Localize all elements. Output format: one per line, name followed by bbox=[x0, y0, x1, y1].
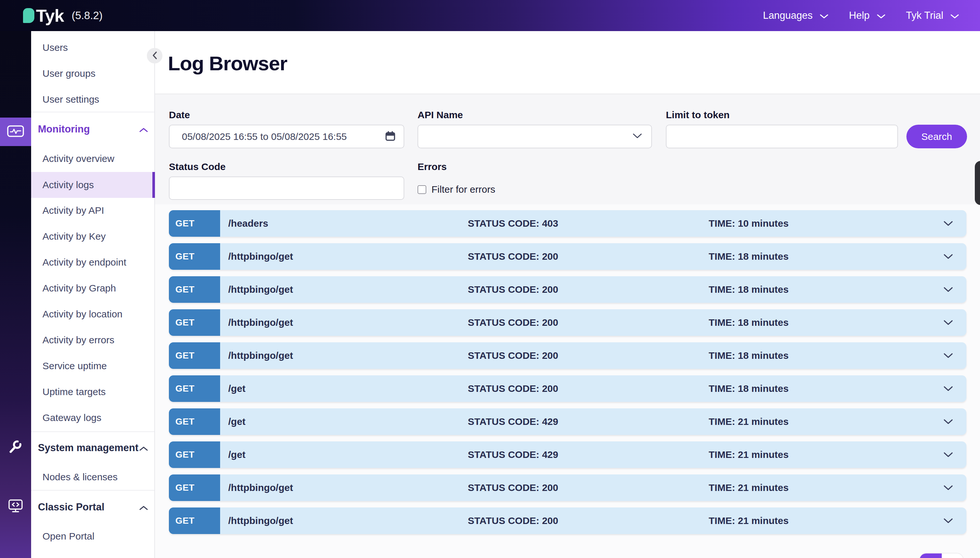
method-badge: GET bbox=[169, 375, 220, 402]
status-code-input[interactable] bbox=[169, 177, 404, 200]
expand-chevron-icon[interactable] bbox=[943, 254, 953, 259]
log-row[interactable]: GET /httpbingo/get STATUS CODE: 200 TIME… bbox=[169, 342, 967, 369]
log-row[interactable]: GET /headers STATUS CODE: 403 TIME: 10 m… bbox=[169, 210, 967, 237]
expand-chevron-icon[interactable] bbox=[943, 386, 953, 392]
tyk-logo-icon bbox=[23, 8, 35, 23]
chevron-left-icon bbox=[152, 51, 157, 61]
page: Tyk (5.8.2) Languages Help Tyk Trial bbox=[0, 0, 980, 558]
log-row[interactable]: GET /get STATUS CODE: 200 TIME: 18 minut… bbox=[169, 375, 967, 402]
sidebar-item-user-groups[interactable]: User groups bbox=[43, 68, 150, 79]
pager-active-segment bbox=[920, 553, 942, 558]
log-row[interactable]: GET /httpbingo/get STATUS CODE: 200 TIME… bbox=[169, 276, 967, 303]
expand-chevron-icon[interactable] bbox=[943, 485, 953, 491]
date-range-input[interactable]: 05/08/2025 16:55 to 05/08/2025 16:55 bbox=[169, 125, 404, 148]
log-time: TIME: 18 minutes bbox=[709, 251, 789, 262]
log-row[interactable]: GET /httpbingo/get STATUS CODE: 200 TIME… bbox=[169, 507, 967, 534]
sidebar-item-uptime-targets[interactable]: Uptime targets bbox=[43, 386, 150, 397]
limit-token-input[interactable] bbox=[666, 125, 898, 148]
method-badge: GET bbox=[169, 309, 220, 336]
sidebar-section-label: System management bbox=[38, 442, 138, 454]
main-content: Log Browser Date API Name Limit to token… bbox=[155, 31, 980, 558]
log-path: /httpbingo/get bbox=[228, 251, 293, 262]
filter-errors-checkbox[interactable] bbox=[418, 185, 426, 194]
menu-languages-label: Languages bbox=[763, 10, 812, 21]
log-path: /httpbingo/get bbox=[228, 515, 293, 526]
log-row[interactable]: GET /httpbingo/get STATUS CODE: 200 TIME… bbox=[169, 309, 967, 336]
method-badge: GET bbox=[169, 276, 220, 303]
log-path: /httpbingo/get bbox=[228, 284, 293, 295]
log-row[interactable]: GET /httpbingo/get STATUS CODE: 200 TIME… bbox=[169, 474, 967, 501]
status-code-label: Status Code bbox=[169, 161, 226, 172]
log-time: TIME: 18 minutes bbox=[709, 317, 789, 328]
sidebar-item-activity-by-key[interactable]: Activity by Key bbox=[43, 231, 150, 242]
log-row[interactable]: GET /httpbingo/get STATUS CODE: 200 TIME… bbox=[169, 243, 967, 270]
expand-chevron-icon[interactable] bbox=[943, 221, 953, 226]
rail-item-system-management[interactable] bbox=[0, 437, 31, 459]
expand-chevron-icon[interactable] bbox=[943, 287, 953, 292]
sidebar-item-activity-overview[interactable]: Activity overview bbox=[43, 153, 150, 164]
sidebar-item-activity-by-endpoint[interactable]: Activity by endpoint bbox=[43, 257, 150, 268]
sidebar-item-users[interactable]: Users bbox=[43, 42, 150, 53]
expand-chevron-icon[interactable] bbox=[943, 419, 953, 425]
monitor-code-icon bbox=[8, 499, 23, 515]
sidebar-collapse-button[interactable] bbox=[147, 48, 162, 64]
rail-item-classic-portal[interactable] bbox=[0, 496, 31, 518]
menu-help[interactable]: Help bbox=[849, 10, 885, 21]
sidebar-item-open-portal[interactable]: Open Portal bbox=[43, 531, 150, 542]
version-label: (5.8.2) bbox=[72, 10, 102, 22]
sidebar-section-monitoring[interactable]: Monitoring bbox=[38, 123, 148, 135]
log-time: TIME: 21 minutes bbox=[709, 515, 789, 526]
topbar-menu: Languages Help Tyk Trial bbox=[763, 10, 959, 21]
filter-errors-label: Filter for errors bbox=[432, 184, 495, 195]
log-status: STATUS CODE: 200 bbox=[468, 383, 558, 394]
tyk-logo[interactable]: Tyk (5.8.2) bbox=[23, 5, 102, 26]
expand-chevron-icon[interactable] bbox=[943, 518, 953, 524]
chevron-down-icon bbox=[877, 10, 885, 21]
sidebar-item-activity-by-location[interactable]: Activity by location bbox=[43, 309, 150, 320]
sidebar-item-activity-by-errors[interactable]: Activity by errors bbox=[43, 335, 150, 346]
log-row[interactable]: GET /get STATUS CODE: 429 TIME: 21 minut… bbox=[169, 441, 967, 468]
expand-chevron-icon[interactable] bbox=[943, 320, 953, 325]
log-path: /httpbingo/get bbox=[228, 482, 293, 493]
topbar: Tyk (5.8.2) Languages Help Tyk Trial bbox=[0, 0, 980, 31]
log-time: TIME: 21 minutes bbox=[709, 482, 789, 493]
expand-chevron-icon[interactable] bbox=[943, 452, 953, 458]
sidebar-section-classic-portal[interactable]: Classic Portal bbox=[38, 501, 148, 513]
log-row[interactable]: GET /get STATUS CODE: 429 TIME: 21 minut… bbox=[169, 409, 967, 435]
log-path: /get bbox=[228, 449, 245, 460]
method-badge: GET bbox=[169, 507, 220, 534]
sidebar-divider bbox=[31, 490, 154, 491]
log-list: GET /headers STATUS CODE: 403 TIME: 10 m… bbox=[169, 210, 967, 540]
sidebar-item-user-settings[interactable]: User settings bbox=[43, 94, 150, 105]
errors-label: Errors bbox=[418, 161, 447, 172]
pager-pill[interactable] bbox=[919, 553, 964, 558]
page-title: Log Browser bbox=[168, 52, 287, 75]
method-badge: GET bbox=[169, 243, 220, 270]
sidebar-item-activity-by-api[interactable]: Activity by API bbox=[43, 205, 150, 216]
rail-item-monitoring[interactable] bbox=[0, 118, 31, 146]
log-time: TIME: 21 minutes bbox=[709, 416, 789, 427]
log-time: TIME: 10 minutes bbox=[709, 218, 789, 229]
wrench-icon bbox=[8, 440, 23, 456]
sidebar-item-service-uptime[interactable]: Service uptime bbox=[43, 361, 150, 371]
api-name-select[interactable] bbox=[418, 125, 652, 148]
menu-languages[interactable]: Languages bbox=[763, 10, 828, 21]
log-status: STATUS CODE: 200 bbox=[468, 515, 558, 526]
sidebar-item-activity-by-graph[interactable]: Activity by Graph bbox=[43, 283, 150, 294]
sidebar-item-gateway-logs[interactable]: Gateway logs bbox=[43, 412, 150, 423]
menu-tyk-trial[interactable]: Tyk Trial bbox=[906, 10, 959, 21]
sidebar: Users User groups User settings Monitori… bbox=[31, 31, 155, 558]
log-status: STATUS CODE: 200 bbox=[468, 284, 558, 295]
method-badge: GET bbox=[169, 441, 220, 468]
date-label: Date bbox=[169, 110, 190, 120]
feedback-tab[interactable] bbox=[975, 161, 980, 205]
sidebar-item-activity-logs[interactable]: Activity logs bbox=[43, 179, 150, 190]
filter-panel: Date API Name Limit to token Status Code… bbox=[155, 94, 980, 204]
expand-chevron-icon[interactable] bbox=[943, 353, 953, 358]
log-status: STATUS CODE: 200 bbox=[468, 251, 558, 262]
sidebar-section-system-management[interactable]: System management bbox=[38, 442, 148, 454]
log-time: TIME: 18 minutes bbox=[709, 383, 789, 394]
sidebar-item-nodes-licenses[interactable]: Nodes & licenses bbox=[43, 471, 150, 483]
search-button[interactable]: Search bbox=[906, 125, 967, 148]
log-time: TIME: 21 minutes bbox=[709, 449, 789, 460]
